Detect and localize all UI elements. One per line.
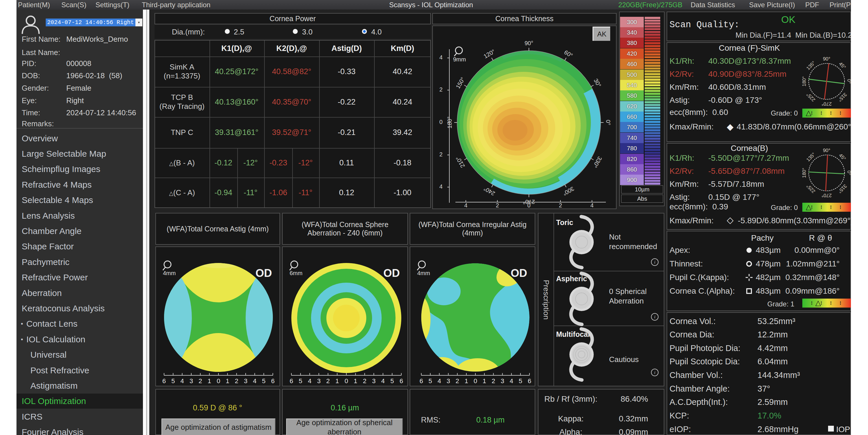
svg-text:5: 5 bbox=[519, 377, 522, 385]
svg-text:5: 5 bbox=[429, 377, 432, 385]
svg-text:135°: 135° bbox=[805, 151, 816, 163]
svg-text:4: 4 bbox=[253, 377, 256, 385]
svg-text:60°: 60° bbox=[563, 49, 574, 59]
svg-text:3: 3 bbox=[372, 377, 376, 385]
svg-text:225°: 225° bbox=[805, 91, 816, 103]
svg-text:1: 1 bbox=[335, 377, 339, 385]
svg-text:9mm: 9mm bbox=[453, 56, 466, 63]
svg-text:0°: 0° bbox=[605, 120, 611, 125]
svg-text:0: 0 bbox=[345, 377, 348, 385]
svg-text:3: 3 bbox=[189, 377, 193, 385]
svg-text:90°: 90° bbox=[525, 40, 533, 46]
svg-text:4: 4 bbox=[510, 377, 513, 385]
svg-text:330°: 330° bbox=[592, 155, 603, 169]
svg-text:0°: 0° bbox=[846, 79, 851, 84]
svg-text:2: 2 bbox=[327, 377, 330, 385]
svg-text:0: 0 bbox=[527, 202, 530, 208]
svg-text:5: 5 bbox=[390, 377, 394, 385]
svg-text:240°: 240° bbox=[483, 185, 496, 197]
svg-text:4: 4 bbox=[381, 377, 385, 385]
svg-text:1: 1 bbox=[226, 377, 229, 385]
svg-text:210°: 210° bbox=[455, 155, 466, 169]
svg-text:300°: 300° bbox=[562, 185, 575, 197]
svg-text:6mm: 6mm bbox=[290, 270, 302, 276]
svg-text:4: 4 bbox=[439, 183, 442, 190]
svg-text:OD: OD bbox=[511, 267, 527, 279]
svg-text:4: 4 bbox=[437, 377, 441, 385]
svg-text:3: 3 bbox=[317, 377, 320, 385]
svg-text:4: 4 bbox=[181, 377, 184, 385]
svg-text:90°: 90° bbox=[823, 148, 830, 153]
svg-text:1: 1 bbox=[354, 377, 357, 385]
svg-text:2: 2 bbox=[492, 377, 495, 385]
svg-text:6: 6 bbox=[420, 377, 423, 385]
svg-text:0: 0 bbox=[474, 377, 477, 385]
svg-text:30°: 30° bbox=[593, 78, 602, 88]
svg-text:1: 1 bbox=[465, 377, 468, 385]
svg-text:4: 4 bbox=[439, 54, 442, 61]
svg-text:6: 6 bbox=[400, 377, 403, 385]
svg-text:2: 2 bbox=[559, 202, 562, 208]
svg-text:45°: 45° bbox=[838, 61, 847, 70]
svg-text:0: 0 bbox=[217, 377, 220, 385]
svg-text:4: 4 bbox=[590, 202, 593, 208]
svg-text:135°: 135° bbox=[805, 60, 816, 71]
svg-text:315°: 315° bbox=[837, 91, 848, 103]
svg-text:45°: 45° bbox=[838, 153, 847, 162]
svg-text:2: 2 bbox=[439, 151, 442, 157]
svg-text:315°: 315° bbox=[837, 183, 848, 194]
svg-text:150°: 150° bbox=[455, 76, 466, 90]
svg-text:4: 4 bbox=[464, 202, 467, 208]
svg-text:2: 2 bbox=[496, 202, 499, 208]
svg-text:2: 2 bbox=[198, 377, 202, 385]
svg-text:3: 3 bbox=[244, 377, 247, 385]
svg-text:6: 6 bbox=[162, 377, 166, 385]
svg-text:225°: 225° bbox=[805, 183, 816, 194]
svg-text:120°: 120° bbox=[483, 48, 496, 60]
svg-text:5: 5 bbox=[299, 377, 302, 385]
svg-text:4mm: 4mm bbox=[417, 270, 430, 276]
svg-text:3: 3 bbox=[500, 377, 504, 385]
svg-text:2: 2 bbox=[439, 86, 442, 93]
svg-text:0°: 0° bbox=[846, 171, 851, 175]
svg-text:270°: 270° bbox=[822, 193, 832, 198]
svg-text:90°: 90° bbox=[823, 57, 830, 62]
svg-text:270°: 270° bbox=[822, 101, 832, 106]
svg-text:6: 6 bbox=[271, 377, 275, 385]
svg-text:4mm: 4mm bbox=[163, 270, 176, 276]
svg-text:180°: 180° bbox=[802, 76, 807, 86]
svg-text:6: 6 bbox=[528, 377, 531, 385]
svg-text:2: 2 bbox=[363, 377, 366, 385]
svg-text:2: 2 bbox=[456, 377, 459, 385]
svg-text:4: 4 bbox=[308, 377, 311, 385]
svg-text:2: 2 bbox=[235, 377, 239, 385]
svg-text:180°: 180° bbox=[802, 168, 807, 178]
svg-text:3: 3 bbox=[446, 377, 450, 385]
svg-text:OD: OD bbox=[255, 267, 272, 279]
svg-text:0: 0 bbox=[439, 119, 442, 125]
svg-text:5: 5 bbox=[262, 377, 266, 385]
svg-text:1: 1 bbox=[483, 377, 486, 385]
svg-text:1: 1 bbox=[208, 377, 211, 385]
svg-text:6: 6 bbox=[290, 377, 293, 385]
svg-text:OD: OD bbox=[383, 267, 400, 279]
svg-text:5: 5 bbox=[171, 377, 175, 385]
